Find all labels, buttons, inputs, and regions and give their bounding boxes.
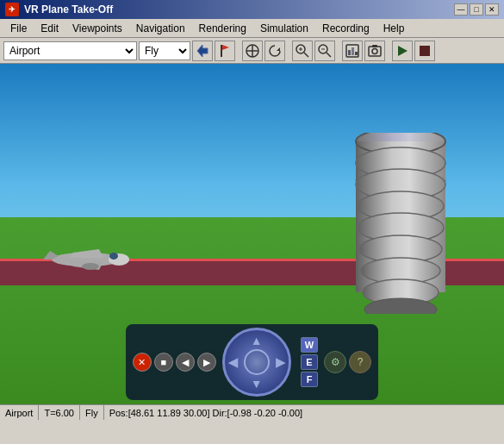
status-mode-value: Fly bbox=[85, 408, 98, 418]
window-controls: — □ ✕ bbox=[454, 3, 499, 16]
mode-w-btn[interactable]: W bbox=[301, 337, 318, 353]
svg-rect-2 bbox=[221, 45, 222, 57]
app-icon: ✈ bbox=[5, 3, 19, 16]
maximize-button[interactable]: □ bbox=[470, 3, 483, 16]
menu-file[interactable]: File bbox=[3, 21, 34, 36]
svg-rect-18 bbox=[355, 52, 358, 55]
statusbar: Airport T=6.00 Fly Pos:[48.61 11.89 30.0… bbox=[0, 404, 504, 420]
settings-ctrl-btn[interactable]: ⚙ bbox=[324, 351, 346, 373]
tower bbox=[349, 133, 452, 314]
viewport: ✕ ■ ◀ ▶ ▲ ▼ ◀ ▶ W E F ⚙ ? bbox=[0, 64, 504, 404]
status-position: Pos:[48.61 11.89 30.00] Dir:[-0.98 -0.20… bbox=[104, 405, 504, 420]
nav-btn-1[interactable] bbox=[192, 41, 213, 61]
status-world-label: Airport bbox=[5, 408, 33, 418]
titlebar: ✈ VR Plane Take-Off — □ ✕ bbox=[0, 0, 504, 19]
svg-marker-3 bbox=[222, 45, 229, 50]
toolbar-separator-3 bbox=[337, 41, 340, 61]
nav-down-arrow: ▼ bbox=[251, 377, 263, 391]
stop-btn[interactable] bbox=[414, 41, 435, 61]
svg-rect-21 bbox=[372, 45, 377, 47]
mode-selector-wrapper: Fly Walk Examine bbox=[139, 41, 190, 60]
svg-rect-19 bbox=[369, 47, 381, 56]
status-position-value: Pos:[48.61 11.89 30.00] Dir:[-0.98 -0.20… bbox=[109, 408, 302, 418]
svg-line-13 bbox=[327, 53, 331, 57]
toolbar: Airport City Desert Fly Walk Examine bbox=[0, 38, 504, 64]
nav-wheel-center bbox=[244, 349, 270, 375]
toolbar-separator-2 bbox=[287, 41, 290, 61]
nav-wheel[interactable]: ▲ ▼ ◀ ▶ bbox=[222, 328, 291, 397]
nav-up-arrow: ▲ bbox=[251, 334, 263, 347]
svg-marker-7 bbox=[277, 47, 280, 51]
app-title: VR Plane Take-Off bbox=[24, 3, 113, 16]
menu-help[interactable]: Help bbox=[376, 21, 412, 36]
status-time-value: T=6.00 bbox=[44, 408, 74, 418]
toolbar-separator-4 bbox=[387, 41, 390, 61]
svg-rect-16 bbox=[348, 50, 351, 55]
prev-ctrl-btn[interactable]: ◀ bbox=[176, 353, 195, 372]
mode-e-btn[interactable]: E bbox=[301, 354, 318, 370]
nav-left-arrow: ◀ bbox=[228, 355, 238, 369]
nav-btn-3[interactable] bbox=[242, 41, 263, 61]
title-area: ✈ VR Plane Take-Off bbox=[5, 3, 113, 16]
menu-simulation[interactable]: Simulation bbox=[253, 21, 315, 36]
toolbar-separator-1 bbox=[237, 41, 240, 61]
mode-f-btn[interactable]: F bbox=[301, 372, 318, 387]
mode-buttons: W E F bbox=[301, 337, 318, 387]
nav-btn-4[interactable] bbox=[264, 41, 285, 61]
menu-recording[interactable]: Recording bbox=[315, 21, 376, 36]
menu-edit[interactable]: Edit bbox=[34, 21, 65, 36]
status-world: Airport bbox=[0, 405, 39, 420]
mode-select[interactable]: Fly Walk Examine bbox=[139, 41, 190, 60]
svg-rect-23 bbox=[420, 46, 430, 56]
svg-point-49 bbox=[82, 263, 99, 270]
capture-btn[interactable] bbox=[364, 41, 385, 61]
world-selector-wrapper: Airport City Desert bbox=[3, 41, 137, 60]
menubar: File Edit Viewpoints Navigation Renderin… bbox=[0, 19, 504, 38]
render-btn[interactable] bbox=[342, 41, 363, 61]
svg-line-9 bbox=[304, 53, 308, 57]
control-buttons-row: ✕ ■ ◀ ▶ ▲ ▼ ◀ ▶ W E F ⚙ ? bbox=[126, 324, 378, 400]
help-ctrl-btn[interactable]: ? bbox=[349, 351, 371, 373]
svg-point-50 bbox=[109, 253, 118, 260]
menu-rendering[interactable]: Rendering bbox=[192, 21, 253, 36]
menu-navigation[interactable]: Navigation bbox=[129, 21, 192, 36]
record-ctrl-btn[interactable]: ■ bbox=[154, 353, 173, 372]
airplane bbox=[43, 241, 129, 275]
svg-marker-47 bbox=[69, 249, 103, 258]
status-mode: Fly bbox=[80, 405, 104, 420]
world-select[interactable]: Airport City Desert bbox=[3, 41, 137, 60]
minimize-button[interactable]: — bbox=[454, 3, 468, 16]
svg-marker-22 bbox=[398, 46, 408, 56]
status-time: T=6.00 bbox=[39, 405, 80, 420]
svg-rect-17 bbox=[352, 47, 354, 55]
zoom-in-btn[interactable] bbox=[292, 41, 313, 61]
nav-btn-2[interactable] bbox=[215, 41, 235, 61]
fwd-ctrl-btn[interactable]: ▶ bbox=[197, 353, 216, 372]
close-button[interactable]: ✕ bbox=[485, 3, 499, 16]
extra-ctrl-buttons: ⚙ ? bbox=[324, 351, 371, 373]
menu-viewpoints[interactable]: Viewpoints bbox=[65, 21, 129, 36]
nav-right-arrow: ▶ bbox=[276, 355, 285, 369]
zoom-out-btn[interactable] bbox=[314, 41, 335, 61]
stop-ctrl-btn[interactable]: ✕ bbox=[133, 353, 152, 372]
play-btn[interactable] bbox=[392, 41, 413, 61]
control-panel: ✕ ■ ◀ ▶ ▲ ▼ ◀ ▶ W E F ⚙ ? bbox=[0, 324, 504, 400]
svg-point-20 bbox=[372, 48, 377, 53]
